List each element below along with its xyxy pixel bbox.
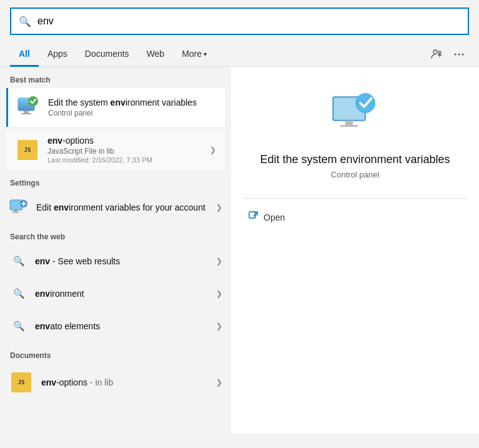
open-button[interactable]: Open [244, 209, 290, 226]
web-search-2-chevron: ❯ [216, 289, 222, 298]
search-icon: 🔍 [19, 16, 31, 27]
svg-rect-17 [340, 125, 358, 127]
js-file-subtitle: JavaScript File in lib [47, 147, 152, 156]
settings-env-text: Edit environment variables for your acco… [36, 202, 205, 212]
svg-rect-7 [24, 111, 29, 113]
best-match-subtitle: Control panel [48, 109, 197, 117]
doc-env-options-text: env-options - in lib [41, 377, 113, 387]
chevron-down-icon: ▾ [204, 51, 207, 57]
settings-env-chevron: ❯ [216, 203, 222, 212]
web-search-environment-item[interactable]: 🔍 environment ❯ [0, 277, 231, 310]
best-match-item[interactable]: Edit the system environment variables Co… [6, 88, 225, 127]
svg-point-4 [462, 54, 464, 56]
tab-all[interactable]: All [10, 42, 39, 67]
web-search-icon-1: 🔍 [9, 251, 29, 271]
detail-subtitle: Control panel [331, 170, 379, 179]
svg-rect-12 [12, 212, 19, 213]
svg-rect-16 [345, 121, 353, 125]
tabs-bar: All Apps Documents Web More ▾ [0, 42, 479, 67]
js-file-icon: JS [15, 137, 40, 162]
web-search-icon-3: 🔍 [9, 316, 29, 336]
web-search-icon-2: 🔍 [9, 284, 29, 304]
settings-env-icon [9, 197, 29, 217]
svg-point-9 [28, 96, 38, 106]
js-file-meta: Last modified: 2/16/2022, 7:33 PM [47, 156, 152, 164]
js-file-chevron: ❯ [210, 146, 216, 154]
settings-env-item[interactable]: Edit environment variables for your acco… [0, 191, 231, 224]
share-icon[interactable] [427, 44, 447, 64]
tab-documents[interactable]: Documents [76, 42, 138, 67]
web-search-1-chevron: ❯ [216, 257, 222, 266]
right-panel: Edit the system environment variables Co… [231, 67, 479, 434]
search-bar: 🔍 [10, 7, 469, 35]
web-search-env-title: env - See web results [35, 256, 120, 266]
web-search-environment-title: environment [35, 289, 84, 299]
tab-actions [427, 44, 469, 64]
search-input[interactable] [37, 16, 460, 27]
svg-rect-8 [21, 113, 31, 114]
js-file-text: env-options JavaScript File in lib Last … [47, 136, 152, 164]
system-env-icon [17, 96, 41, 119]
best-match-text: Edit the system environment variables Co… [48, 97, 197, 117]
open-external-icon [249, 211, 259, 223]
web-search-envato-item[interactable]: 🔍 envato elements ❯ [0, 310, 231, 342]
web-search-envato-title: envato elements [35, 321, 100, 331]
doc-env-options-icon: JS [9, 370, 34, 395]
settings-label: Settings [0, 170, 231, 191]
best-match-title: Edit the system environment variables [48, 97, 197, 107]
doc-env-options-chevron: ❯ [216, 378, 222, 387]
open-label: Open [264, 212, 285, 222]
svg-point-2 [455, 54, 457, 56]
js-file-item[interactable]: JS env-options JavaScript File in lib La… [6, 129, 225, 170]
detail-title: Edit the system environment variables [260, 153, 450, 166]
settings-env-title: Edit environment variables for your acco… [36, 202, 205, 212]
search-web-label: Search the web [0, 224, 231, 245]
documents-label: Documents [0, 342, 231, 364]
detail-divider [244, 198, 467, 199]
doc-env-options-title: env-options - in lib [41, 377, 113, 387]
more-options-icon[interactable] [449, 44, 469, 64]
svg-point-3 [458, 54, 460, 56]
tab-apps[interactable]: Apps [39, 42, 76, 67]
tab-web[interactable]: Web [138, 42, 174, 67]
svg-rect-11 [14, 210, 17, 212]
tab-more[interactable]: More ▾ [173, 42, 215, 67]
svg-point-19 [357, 94, 374, 112]
doc-env-options-item[interactable]: JS env-options - in lib ❯ [0, 364, 231, 401]
web-search-env-item[interactable]: 🔍 env - See web results ❯ [0, 245, 231, 277]
web-search-envato-text: envato elements [35, 321, 100, 331]
web-search-env-text: env - See web results [35, 256, 120, 266]
left-panel: Best match [0, 67, 231, 434]
best-match-label: Best match [0, 67, 231, 88]
detail-icon [330, 92, 380, 142]
js-file-title: env-options [47, 136, 152, 146]
main-content: Best match [0, 67, 479, 434]
web-search-environment-text: environment [35, 289, 84, 299]
svg-point-0 [433, 50, 437, 54]
web-search-3-chevron: ❯ [216, 322, 222, 331]
